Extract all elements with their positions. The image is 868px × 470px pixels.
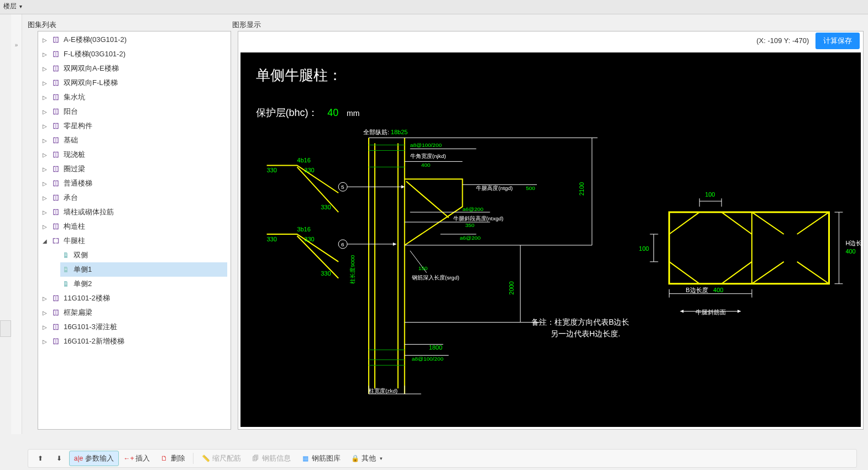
tree-item[interactable]: ▷构造柱	[41, 219, 227, 234]
tree-child-item[interactable]: 双侧	[60, 248, 227, 262]
svg-line-61	[669, 212, 699, 234]
tree-item[interactable]: ▷阳台	[41, 104, 227, 119]
tree-view[interactable]: ▷A-E楼梯(03G101-2)▷F-L楼梯(03G101-2)▷双网双向A-E…	[38, 31, 231, 429]
arrow-right-icon[interactable]: ▷	[43, 310, 49, 316]
arrow-right-icon[interactable]: ▷	[43, 138, 49, 144]
tree-item-label: A-E楼梯(03G101-2)	[64, 35, 127, 45]
book-icon	[51, 337, 60, 346]
svg-text:400: 400	[845, 248, 855, 255]
svg-text:牛腿斜筋面: 牛腿斜筋面	[696, 309, 726, 315]
tree-item[interactable]: ▷集水坑	[41, 90, 227, 104]
tree-item[interactable]: ◢牛腿柱	[41, 234, 227, 248]
arrow-right-icon[interactable]: ▷	[43, 224, 49, 230]
tree-child-item[interactable]: 单侧2	[60, 277, 227, 291]
tree-item[interactable]: ▷A-E楼梯(03G101-2)	[41, 33, 227, 47]
tree-item[interactable]: ▷现浇桩	[41, 147, 227, 162]
svg-text:350: 350	[465, 222, 474, 228]
left-scroll-region[interactable]	[0, 320, 11, 337]
svg-marker-16	[393, 242, 396, 246]
svg-line-67	[797, 212, 829, 234]
param-icon: a|e	[74, 454, 83, 463]
arrow-down-icon[interactable]: ◢	[43, 238, 49, 244]
book-icon	[51, 323, 60, 331]
arrow-right-icon[interactable]: ▷	[43, 295, 49, 302]
tree-item[interactable]: ▷墙柱或砌体拉筋	[41, 205, 227, 219]
arrow-right-icon[interactable]: ▷	[43, 209, 49, 215]
tree-item[interactable]: ▷F-L楼梯(03G101-2)	[41, 47, 227, 61]
param-input-button[interactable]: a|e参数输入	[69, 451, 119, 466]
arrow-right-icon[interactable]: ▷	[43, 37, 49, 43]
book-icon	[51, 222, 60, 231]
arrow-down-button[interactable]: ⬇	[50, 452, 68, 465]
arrow-right-icon[interactable]: ▷	[43, 324, 49, 330]
sidebar-title: 图集列表	[28, 20, 56, 30]
calculate-save-button[interactable]: 计算保存	[815, 33, 860, 49]
tree-child-item[interactable]: 单侧1	[60, 262, 227, 277]
node-6: 6	[341, 241, 344, 247]
arrow-up-button[interactable]: ⬆	[32, 452, 49, 465]
book-icon	[51, 93, 60, 102]
tree-item-label: 集水坑	[64, 92, 85, 102]
tree-item-label: F-L楼梯(03G101-2)	[64, 49, 126, 59]
expand-toggle[interactable]: »	[11, 14, 22, 434]
tree-item[interactable]: ▷框架扁梁	[41, 305, 227, 320]
tree-item[interactable]: ▷承台	[41, 191, 227, 205]
book-icon	[51, 179, 60, 188]
arrow-right-icon[interactable]: ▷	[43, 166, 49, 172]
svg-text:100: 100	[639, 245, 649, 252]
arrow-right-icon[interactable]: ▷	[43, 152, 49, 158]
arrow-right-icon[interactable]: ▷	[43, 181, 49, 187]
tree-item[interactable]: ▷零星构件	[41, 119, 227, 133]
top-label[interactable]: 楼层	[3, 2, 17, 10]
arrow-right-icon[interactable]: ▷	[43, 51, 49, 57]
delete-button[interactable]: 🗋删除	[155, 451, 190, 466]
tree-item[interactable]: ▷11G101-2楼梯	[41, 291, 227, 305]
scale-button[interactable]: 📏缩尺配筋	[197, 451, 245, 466]
page-icon	[61, 279, 70, 288]
tree-item[interactable]: ▷圈过梁	[41, 162, 227, 176]
tree-child-label: 单侧2	[74, 279, 92, 289]
separator	[193, 453, 194, 464]
svg-text:100: 100	[705, 191, 715, 198]
svg-text:a6@200: a6@200	[459, 235, 480, 241]
svg-line-63	[721, 212, 752, 234]
tree-item[interactable]: ▷双网双向A-E楼梯	[41, 61, 227, 76]
svg-line-64	[721, 262, 752, 284]
arrow-right-icon[interactable]: ▷	[43, 195, 49, 201]
drawing-canvas[interactable]: 单侧牛腿柱： 保护层(bhc)： 40 mm	[240, 52, 861, 427]
svg-text:柱长度9000: 柱长度9000	[349, 255, 355, 284]
arrow-right-icon[interactable]: ▷	[43, 109, 49, 115]
tree-item[interactable]: ▷双网双向F-L楼梯	[41, 76, 227, 90]
arrow-right-icon[interactable]: ▷	[43, 80, 49, 86]
cover-label: 保护层(bhc)：	[256, 107, 318, 118]
arrow-right-icon[interactable]: ▷	[43, 123, 49, 129]
drawing-panel: (X: -109 Y: -470) 计算保存 单侧牛腿柱： 保护层(bhc)： …	[238, 31, 864, 430]
arrow-right-icon[interactable]: ▷	[43, 339, 49, 345]
chevron-down-icon: ▾	[380, 456, 383, 461]
tree-item-label: 双网双向F-L楼梯	[64, 78, 118, 88]
tree-child-label: 双侧	[74, 250, 88, 260]
arrow-right-icon[interactable]: ▷	[43, 94, 49, 101]
cover-value: 40	[327, 107, 338, 118]
drawing-title: 单侧牛腿柱：	[256, 67, 342, 83]
page-icon	[61, 251, 70, 260]
rebar-library-button[interactable]: ▦钢筋图库	[296, 451, 345, 466]
chevron-down-icon[interactable]: ▾	[19, 3, 22, 9]
tree-item[interactable]: ▷普通楼梯	[41, 176, 227, 191]
tree-item[interactable]: ▷16G101-2新增楼梯	[41, 334, 227, 348]
svg-line-68	[797, 262, 829, 284]
other-button[interactable]: 🔒其他▾	[346, 451, 387, 466]
arrow-right-icon[interactable]: ▷	[43, 66, 49, 72]
book-icon	[51, 150, 60, 159]
svg-text:B边长度: B边长度	[686, 287, 708, 293]
tree-item-label: 阳台	[64, 107, 78, 117]
svg-text:2000: 2000	[508, 281, 515, 294]
svg-text:330: 330	[267, 167, 277, 173]
rebar-info-button[interactable]: 🗐钢筋信息	[247, 451, 295, 466]
library-icon: ▦	[301, 454, 310, 463]
tree-item[interactable]: ▷基础	[41, 133, 227, 147]
tree-item[interactable]: ▷16G101-3灌注桩	[41, 320, 227, 334]
insert-button[interactable]: ←+插入	[120, 451, 154, 466]
book-icon	[51, 193, 60, 202]
svg-text:a6@200: a6@200	[462, 206, 483, 212]
